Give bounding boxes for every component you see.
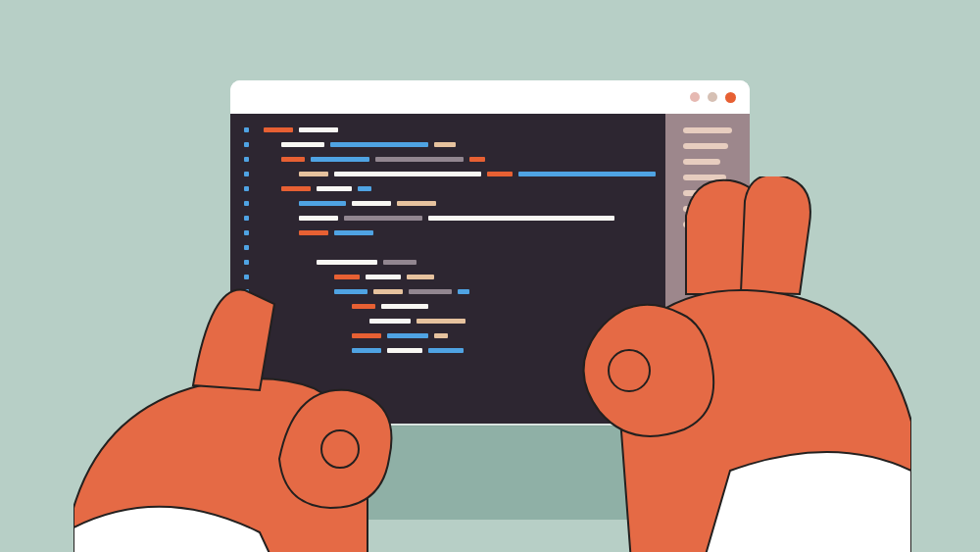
gutter-mark: [244, 377, 249, 382]
minimap-line: [683, 222, 703, 227]
illustration-stage: [0, 0, 980, 552]
gutter-mark: [244, 172, 249, 176]
code-token: [299, 216, 338, 221]
code-token: [334, 230, 373, 235]
code-token: [311, 157, 369, 162]
code-token: [299, 201, 346, 206]
gutter-mark: [244, 319, 249, 324]
code-token: [281, 142, 324, 147]
code-line: [299, 216, 662, 221]
gutter-mark: [244, 216, 249, 221]
code-token: [334, 289, 368, 294]
code-token: [317, 260, 377, 265]
code-line: [334, 275, 662, 279]
gutter-mark: [244, 127, 249, 132]
gutter-mark: [244, 289, 249, 294]
code-line: [264, 127, 662, 132]
code-token: [373, 289, 403, 294]
code-line: [281, 186, 662, 191]
code-token: [330, 142, 428, 147]
minimap-line: [683, 127, 732, 133]
gutter-mark: [244, 230, 249, 235]
app-window: [230, 80, 750, 426]
code-token: [409, 289, 452, 294]
code-line: [281, 142, 662, 147]
code-token: [281, 186, 311, 191]
code-token: [416, 319, 466, 324]
code-token: [334, 275, 360, 279]
traffic-light-dot-3[interactable]: [725, 92, 736, 103]
gutter-mark: [244, 142, 249, 147]
minimap: [665, 114, 750, 424]
gutter-mark: [244, 333, 249, 338]
code-token: [387, 348, 422, 353]
code-token: [264, 127, 293, 132]
code-token: [334, 172, 481, 176]
gutter-mark: [244, 304, 249, 309]
code-token: [381, 304, 428, 309]
gutter-mark: [244, 363, 249, 368]
code-token: [352, 304, 375, 309]
code-line: [281, 157, 662, 162]
minimap-line: [683, 206, 709, 212]
gutter-mark: [244, 275, 249, 279]
code-token: [352, 201, 391, 206]
code-line: [299, 172, 662, 176]
code-token: [366, 275, 401, 279]
code-token: [428, 216, 614, 221]
window-controls: [690, 92, 736, 103]
line-number-gutter: [230, 114, 264, 424]
code-token: [387, 333, 428, 338]
gutter-mark: [244, 157, 249, 162]
gutter-mark: [244, 348, 249, 353]
minimap-line: [683, 175, 726, 180]
code-token: [407, 275, 434, 279]
code-line: [299, 230, 662, 235]
code-token: [383, 260, 416, 265]
code-line: [352, 304, 662, 309]
code-token: [299, 172, 328, 176]
minimap-line: [683, 143, 728, 149]
gutter-mark: [244, 260, 249, 265]
window-titlebar: [230, 80, 750, 114]
gutter-mark: [244, 245, 249, 250]
gutter-mark: [244, 201, 249, 206]
gutter-mark: [244, 392, 249, 397]
traffic-light-dot-1[interactable]: [690, 92, 700, 102]
traffic-light-dot-2[interactable]: [708, 92, 717, 102]
window-shadow: [244, 422, 774, 520]
code-token: [358, 186, 371, 191]
code-token: [428, 348, 464, 353]
minimap-line: [683, 190, 716, 196]
code-token: [434, 142, 456, 147]
code-token: [458, 289, 469, 294]
code-token: [369, 319, 411, 324]
gutter-mark: [244, 186, 249, 191]
code-token: [375, 157, 464, 162]
code-token: [344, 216, 422, 221]
code-token: [397, 201, 436, 206]
code-token: [434, 333, 448, 338]
code-token: [299, 127, 338, 132]
gutter-mark: [244, 407, 249, 412]
code-token: [487, 172, 513, 176]
minimap-line: [683, 159, 720, 165]
code-token: [299, 230, 328, 235]
code-line: [334, 289, 662, 294]
code-token: [317, 186, 352, 191]
code-area: [264, 114, 665, 424]
code-line: [317, 260, 662, 265]
code-token: [469, 157, 485, 162]
code-token: [352, 348, 381, 353]
code-line: [352, 333, 662, 338]
code-line: [352, 348, 662, 353]
code-token: [518, 172, 656, 176]
code-line: [369, 319, 662, 324]
code-editor: [230, 114, 750, 424]
code-token: [352, 333, 381, 338]
code-line: [299, 201, 662, 206]
code-line: [264, 245, 662, 250]
code-token: [281, 157, 305, 162]
